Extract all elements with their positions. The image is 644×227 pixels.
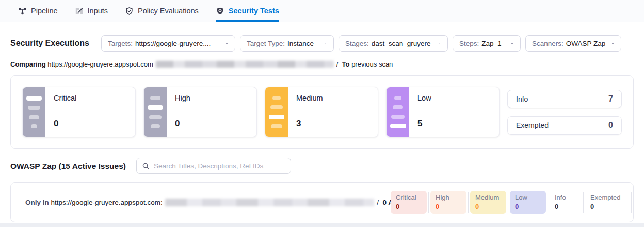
chip-info: Info 0 bbox=[550, 191, 582, 214]
inputs-icon bbox=[75, 7, 84, 15]
separator: / bbox=[377, 199, 382, 206]
severity-label: Low bbox=[417, 94, 491, 102]
tab-pipeline[interactable]: Pipeline bbox=[18, 0, 58, 22]
tab-security-tests[interactable]: Security Tests bbox=[216, 0, 279, 22]
severity-label: High bbox=[175, 94, 248, 102]
severity-gauge-icon bbox=[387, 87, 409, 137]
severity-gauge-icon bbox=[23, 87, 45, 137]
issues-header-row: OWASP Zap (15 Active Issues) bbox=[10, 158, 634, 174]
chip-exempted: Exempted 0 bbox=[585, 191, 630, 214]
chip-high: High 0 bbox=[430, 191, 466, 214]
chip-medium: Medium 0 bbox=[470, 191, 506, 214]
steps-dropdown[interactable]: Steps: Zap_1 bbox=[453, 35, 521, 52]
tab-label: Security Tests bbox=[229, 7, 279, 15]
severity-card-high[interactable]: High 0 bbox=[143, 87, 257, 137]
divider bbox=[583, 192, 584, 213]
side-counts-column: Info 7 Exempted 0 bbox=[507, 87, 622, 137]
issues-heading: OWASP Zap (15 Active Issues) bbox=[10, 161, 126, 171]
chevron-down-icon bbox=[434, 40, 441, 47]
info-card[interactable]: Info 7 bbox=[507, 90, 622, 108]
redacted-text bbox=[156, 61, 334, 68]
severity-count: 5 bbox=[417, 119, 491, 129]
tab-bar: Pipeline Inputs Policy Evaluations bbox=[0, 0, 644, 22]
divider bbox=[548, 192, 548, 213]
comparing-separator: / bbox=[336, 60, 342, 68]
search-icon bbox=[142, 162, 150, 170]
divider bbox=[631, 192, 632, 213]
policy-evaluations-icon bbox=[125, 7, 134, 15]
stages-dropdown[interactable]: Stages: dast_scan_gruyere bbox=[339, 35, 448, 52]
tab-policy-evaluations[interactable]: Policy Evaluations bbox=[125, 0, 199, 22]
tab-label: Policy Evaluations bbox=[138, 7, 199, 15]
tab-inputs[interactable]: Inputs bbox=[75, 0, 108, 22]
severity-chips: Critical 0 High 0 Medium 0 Lo bbox=[391, 191, 633, 214]
severity-count: 0 bbox=[54, 119, 127, 129]
divider bbox=[508, 192, 508, 213]
divider bbox=[428, 192, 429, 213]
chevron-down-icon bbox=[222, 40, 229, 47]
page-title: Security Executions bbox=[10, 39, 89, 48]
security-tests-page: Pipeline Inputs Policy Evaluations bbox=[0, 0, 644, 227]
tab-label: Inputs bbox=[88, 7, 108, 15]
comparing-label: Comparing bbox=[10, 60, 47, 68]
severity-count: 0 bbox=[175, 119, 248, 129]
comparing-line: Comparing https://google-gruyere.appspot… bbox=[10, 60, 634, 68]
info-count: 7 bbox=[608, 94, 613, 104]
chevron-down-icon bbox=[507, 40, 514, 47]
chip-low: Low 0 bbox=[510, 191, 546, 214]
exempted-count: 0 bbox=[608, 121, 613, 130]
security-tests-icon bbox=[216, 7, 224, 15]
severity-gauge-icon bbox=[265, 87, 288, 137]
issues-search bbox=[136, 158, 291, 174]
chevron-down-icon bbox=[608, 40, 615, 47]
severity-card-low[interactable]: Low 5 bbox=[386, 87, 500, 137]
chip-critical: Critical 0 bbox=[391, 191, 427, 214]
only-in-label: Only in bbox=[25, 199, 51, 206]
severity-gauge-icon bbox=[144, 87, 167, 137]
tab-label: Pipeline bbox=[31, 7, 58, 15]
scanners-dropdown[interactable]: Scanners: OWASP Zap bbox=[525, 35, 621, 52]
comparing-to-value: previous scan bbox=[350, 60, 393, 68]
info-label: Info bbox=[516, 95, 528, 103]
filters-row: Security Executions Targets: https://goo… bbox=[10, 35, 634, 52]
pipeline-icon bbox=[18, 7, 27, 15]
chevron-down-icon bbox=[320, 40, 327, 47]
comparing-to-label: To bbox=[342, 60, 350, 68]
comparing-url: https://google-gruyere.appspot.com bbox=[47, 60, 153, 68]
only-in-url: https://google-gruyere.appspot.com: bbox=[51, 199, 163, 206]
search-input[interactable] bbox=[154, 162, 285, 170]
severity-card-medium[interactable]: Medium 3 bbox=[265, 87, 378, 137]
severity-count: 3 bbox=[296, 119, 369, 129]
divider bbox=[468, 192, 469, 213]
severity-label: Medium bbox=[296, 94, 369, 102]
severity-card-critical[interactable]: Critical 0 bbox=[22, 87, 136, 137]
page-bottom-strip bbox=[0, 223, 644, 227]
exempted-label: Exempted bbox=[516, 121, 549, 129]
exempted-card[interactable]: Exempted 0 bbox=[507, 116, 622, 135]
target-type-dropdown[interactable]: Target Type: Instance bbox=[240, 35, 334, 52]
severity-summary-panel: Critical 0 High 0 Medium 3 bbox=[10, 75, 634, 149]
redacted-text bbox=[165, 199, 375, 206]
severity-label: Critical bbox=[54, 94, 127, 102]
comparison-group-row[interactable]: Only in https://google-gruyere.appspot.c… bbox=[10, 182, 634, 222]
targets-dropdown[interactable]: Targets: https://google-gruyere.... bbox=[101, 35, 235, 52]
